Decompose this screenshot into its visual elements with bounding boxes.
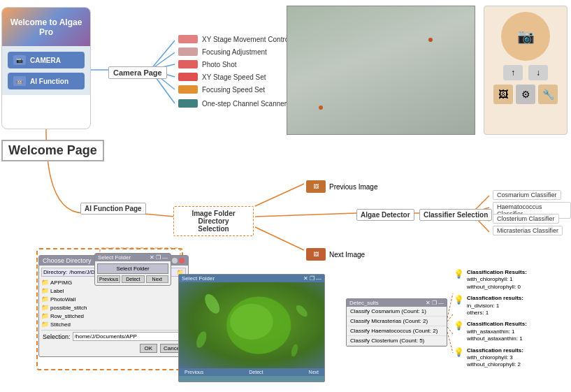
dialog-selection-row: Selection: [41, 330, 186, 342]
algae-img-titlebar: Select Folder ✕ ❐ — [179, 275, 324, 282]
folder-photowall: 📁PhotoWall [41, 295, 113, 303]
detect-item-2: Classify Haematococcus (Count: 2) [347, 326, 447, 336]
folder-possible-stitch: 📁possible_stitch [41, 303, 113, 312]
svg-line-8 [255, 184, 304, 206]
svg-line-20 [447, 332, 453, 353]
ctrl-settings-btn[interactable]: ⚙ [516, 85, 535, 104]
ai-icon: 🤖 [13, 76, 26, 86]
svg-line-17 [447, 293, 453, 318]
classifier-micrasterias: Micrasterias Classifier [493, 226, 563, 235]
welcome-page-box: Welcome to Algae Pro 📷 CAMERA 🤖 AI Funct… [1, 7, 91, 129]
dialog-ok-btn[interactable]: OK [140, 344, 158, 353]
sf-detect-btn[interactable]: Detect [122, 275, 144, 283]
algae-img-content [179, 282, 324, 368]
detect-item-0: Classify Cosmarium (Count: 1) [347, 307, 447, 317]
svg-line-1 [150, 41, 175, 70]
sf-titlebar: Select Folder ✕ ❐ — [95, 254, 171, 261]
bulb-icon-0: 💡 [454, 269, 464, 279]
camera-screen [287, 6, 475, 135]
ctrl-arrows: ↑ ↓ [503, 65, 548, 80]
bulb-icon-2: 💡 [454, 321, 464, 331]
detect-item-3: Classify Closterium (Count: 5) [347, 336, 447, 346]
classif-line-0-0: with_chlorophyll: 1 [467, 276, 513, 282]
svg-line-18 [447, 314, 453, 321]
classif-item-0: 💡 Classification Results: with_chlorophy… [454, 269, 569, 291]
prev-image-label: 🖼 Previous Image [306, 180, 377, 193]
folder-row-stitched: 📁Row_stitched [41, 312, 113, 320]
dir-label: Directory: [43, 269, 67, 275]
classif-line-1-0: in_division: 1 [467, 303, 499, 309]
classif-item-2: 💡 Classification Results: with_astaxanth… [454, 321, 569, 342]
ctrl-image-btn[interactable]: 🖼 [493, 85, 513, 104]
camera-icon: 📷 [13, 55, 26, 65]
camera-button[interactable]: 📷 CAMERA [8, 52, 85, 68]
welcome-title: Welcome to Algae Pro [5, 17, 87, 37]
bulb-icon-3: 💡 [454, 347, 464, 357]
control-panel: 📷 ↑ ↓ 🖼 ⚙ 🔧 [484, 6, 568, 135]
svg-line-10 [255, 227, 304, 250]
classif-line-1-1: others: 1 [467, 310, 489, 316]
svg-line-9 [255, 213, 356, 217]
classifier-closterium: Closterium Classifier [493, 214, 559, 224]
bulb-icon-1: 💡 [454, 295, 464, 305]
classif-line-0-1: without_chlorophyll: 0 [467, 284, 521, 290]
arrow-up-btn[interactable]: ↑ [503, 65, 523, 80]
img-folder-label: Image Folder DirectorySelection [173, 206, 254, 236]
feature-photo-shot: Photo Shot [178, 60, 236, 68]
img-folder-text: Image Folder DirectorySelection [191, 210, 235, 233]
prev-image-icon: 🖼 [306, 180, 326, 193]
selection-input[interactable] [73, 332, 185, 341]
classif-title-1: Classfication results: [467, 295, 523, 301]
classif-item-1: 💡 Classfication results: in_division: 1 … [454, 295, 569, 317]
welcome-page-label: Welcome Page [1, 140, 104, 161]
dialog-maximize-btn[interactable] [172, 258, 178, 263]
svg-point-22 [230, 304, 273, 340]
svg-point-26 [290, 343, 299, 357]
dialog-close-btn[interactable] [179, 258, 185, 263]
selection-label: Selection: [43, 333, 71, 340]
camera-page-label: Camera Page [108, 66, 167, 79]
feature-xy-speed: XY Stage Speed Set [178, 73, 266, 81]
next-image-label: 🖼 Next Image [306, 248, 365, 261]
ai-function-button[interactable]: 🤖 AI Function [8, 73, 85, 89]
detect-item-1: Classify Micrasterias (Count: 2) [347, 317, 447, 326]
sf-next-btn[interactable]: Next [146, 275, 168, 283]
classifier-selection-label: Classifier Selection [419, 209, 492, 221]
classif-line-2-1: without_astaxanthin: 1 [467, 335, 523, 342]
classif-title-3: Classfication results: [467, 347, 523, 354]
classif-line-3-0: with_chlorophyll: 3 [467, 354, 513, 361]
ctrl-circle: 📷 [501, 12, 550, 61]
classif-line-2-0: with_astaxanthin: 1 [467, 328, 515, 335]
ctrl-bottom-row: 🖼 ⚙ 🔧 [493, 85, 558, 104]
classifier-cosmarium: Cosmarium Classifier [493, 190, 561, 200]
classification-results-box: 💡 Classification Results: with_chlorophy… [454, 269, 569, 373]
camera-btn-label: CAMERA [30, 57, 61, 64]
folder-label: 📁Label [41, 286, 113, 295]
svg-point-25 [294, 303, 310, 319]
feature-xy-stage: XY Stage Movement Control [178, 35, 291, 43]
arrow-down-btn[interactable]: ↓ [528, 65, 548, 80]
algae-image-box: Select Folder ✕ ❐ — Previous Detect Next [178, 274, 325, 382]
classif-item-3: 💡 Classfication results: with_chlorophyl… [454, 347, 569, 369]
detect-results-box: Detec_sults ✕ ❐ — Classify Cosmarium (Co… [346, 298, 447, 347]
ctrl-extra-btn[interactable]: 🔧 [538, 85, 558, 104]
sf-prev-btn[interactable]: Previous [97, 275, 120, 283]
classif-title-2: Classification Results: [467, 321, 527, 327]
sf-select-btn[interactable]: Select Folder [97, 263, 168, 274]
classif-title-0: Classification Results: [467, 269, 527, 275]
ai-btn-label: AI Function [30, 78, 68, 85]
svg-point-24 [194, 330, 208, 349]
feature-channel-scanner: One-step Channel Scanner [178, 99, 287, 108]
algae-detector-label: Algae Detector [356, 209, 414, 221]
camera-circle-icon: 📷 [517, 28, 535, 45]
next-image-icon: 🖼 [306, 248, 326, 261]
detect-titlebar: Detec_sults ✕ ❐ — [347, 299, 447, 307]
algae-prev-btn[interactable]: Previous [185, 370, 203, 375]
ai-function-label: AI Function Page [80, 203, 146, 215]
algae-detect-btn[interactable]: Detect [249, 370, 263, 375]
algae-svg [179, 282, 324, 368]
classif-line-3-1: without_chlorophyll: 2 [467, 361, 521, 368]
welcome-header: Welcome to Algae Pro [2, 8, 90, 46]
algae-next-btn[interactable]: Next [309, 370, 319, 375]
svg-line-12 [475, 196, 489, 210]
